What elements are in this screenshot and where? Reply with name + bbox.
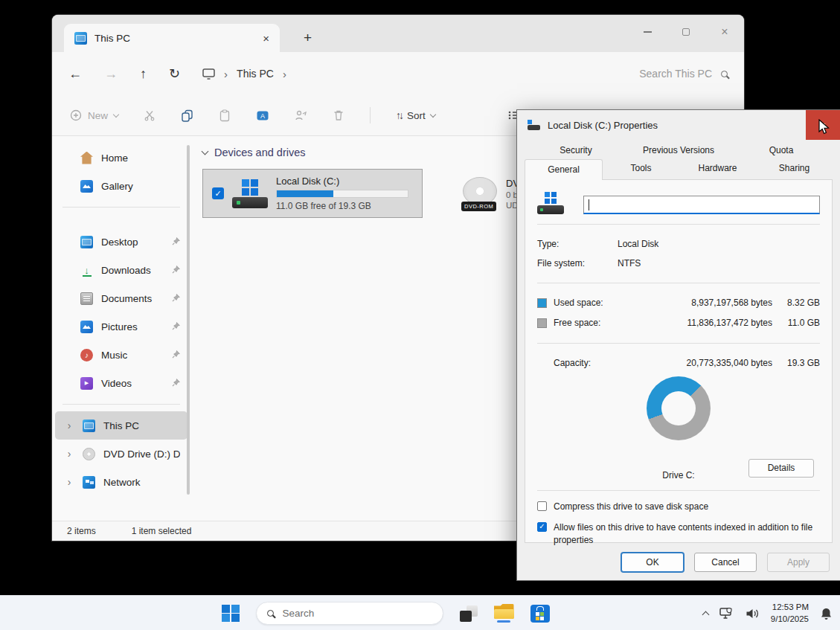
sidebar-item-downloads[interactable]: ↓ Downloads	[55, 256, 187, 284]
hard-drive-icon	[537, 192, 564, 214]
sidebar-item-home[interactable]: Home	[55, 144, 187, 172]
dialog-titlebar[interactable]: Local Disk (C:) Properties ×	[517, 110, 840, 140]
tray-overflow-chevron-icon[interactable]	[702, 611, 709, 619]
chevron-right-icon[interactable]: ›	[64, 476, 74, 488]
tab-hardware[interactable]: Hardware	[679, 159, 756, 180]
cut-button[interactable]	[144, 109, 156, 121]
free-space-row: Free space: 11,836,137,472 bytes 11.0 GB	[537, 313, 820, 333]
drive-usage-fill	[277, 190, 333, 197]
volume-label-input[interactable]	[583, 196, 820, 214]
start-button[interactable]	[222, 605, 240, 623]
refresh-button[interactable]: ↻	[169, 65, 180, 82]
new-button[interactable]: New	[70, 109, 118, 121]
details-button[interactable]: Details	[748, 459, 814, 478]
pin-icon	[172, 321, 180, 332]
tab-tools[interactable]: Tools	[603, 159, 679, 180]
text-caret	[589, 199, 589, 210]
sort-arrows-icon: ↑↓	[396, 109, 402, 121]
used-space-row: Used space: 8,937,197,568 bytes 8.32 GB	[537, 293, 820, 313]
maximize-button[interactable]	[667, 15, 705, 49]
minimize-button[interactable]	[628, 15, 667, 49]
cancel-button[interactable]: Cancel	[694, 553, 757, 572]
scissors-icon	[144, 109, 156, 121]
tab-close-icon[interactable]: ×	[263, 32, 269, 45]
item-count: 2 items	[67, 526, 96, 536]
tab-security[interactable]: Security	[525, 141, 627, 159]
sidebar-item-pictures[interactable]: Pictures	[55, 312, 187, 341]
microsoft-store-button[interactable]	[530, 605, 550, 623]
share-button[interactable]	[295, 109, 307, 121]
videos-icon: ▶	[80, 377, 93, 390]
chevron-right-icon[interactable]: ›	[64, 448, 74, 460]
window-close-button[interactable]: ×	[705, 15, 744, 49]
copy-button[interactable]	[181, 109, 193, 122]
sidebar-item-desktop[interactable]: Desktop	[55, 228, 187, 256]
desktop-icon	[80, 236, 93, 248]
network-icon	[83, 476, 95, 489]
local-disk-c-item[interactable]: ✓ Local Disk (C:) 11.0 GB free of 19.3 G…	[202, 169, 423, 218]
dialog-title: Local Disk (C:) Properties	[548, 120, 658, 131]
delete-button[interactable]	[333, 109, 344, 121]
task-view-button[interactable]	[460, 605, 478, 622]
paste-button[interactable]	[219, 109, 231, 122]
divider	[537, 490, 820, 491]
sidebar-item-videos[interactable]: ▶ Videos	[55, 369, 187, 397]
back-button[interactable]: ←	[68, 66, 82, 82]
mouse-cursor	[817, 119, 832, 135]
capacity-row: Capacity: 20,773,335,040 bytes 19.3 GB	[537, 353, 820, 373]
folder-icon	[494, 604, 514, 619]
chevron-right-icon: ›	[283, 68, 286, 80]
type-value: Local Disk	[618, 239, 658, 249]
search-icon	[267, 610, 274, 617]
sidebar-item-documents[interactable]: Documents	[55, 284, 187, 312]
apply-button[interactable]: Apply	[767, 553, 830, 572]
dvd-rom-icon: DVD-ROM	[461, 176, 498, 211]
gallery-icon	[80, 180, 93, 193]
plus-circle-icon	[70, 109, 82, 121]
speaker-icon[interactable]	[746, 608, 760, 620]
this-pc-icon	[83, 420, 95, 432]
rename-button[interactable]: A	[256, 109, 269, 122]
tab-general[interactable]: General	[525, 159, 603, 180]
tab-previous-versions[interactable]: Previous Versions	[627, 141, 730, 159]
breadcrumb[interactable]: › This PC ›	[202, 68, 286, 80]
sidebar-item-gallery[interactable]: Gallery	[55, 172, 187, 200]
tab-title: This PC	[94, 33, 130, 44]
sidebar-item-music[interactable]: ♪ Music	[55, 341, 187, 369]
explorer-search-input[interactable]	[608, 68, 712, 80]
tab-sharing[interactable]: Sharing	[756, 159, 833, 180]
sidebar-item-network[interactable]: › Network	[55, 468, 187, 496]
explorer-search[interactable]	[608, 68, 728, 80]
pin-icon	[172, 265, 180, 276]
forward-button[interactable]: →	[104, 66, 118, 82]
tab-quota[interactable]: Quota	[730, 141, 833, 159]
chevron-down-icon	[113, 111, 119, 117]
taskbar-clock[interactable]: 12:53 PM 9/10/2025	[771, 602, 809, 625]
compress-checkbox-row[interactable]: Compress this drive to save disk space	[537, 501, 820, 513]
notification-bell-icon[interactable]	[820, 607, 833, 620]
type-label: Type:	[537, 239, 618, 249]
filesystem-label: File system:	[537, 258, 618, 269]
taskbar-search-input[interactable]	[283, 608, 409, 619]
sidebar-item-this-pc[interactable]: › This PC	[55, 411, 187, 440]
sidebar-scrollbar[interactable]	[187, 145, 190, 495]
network-icon[interactable]	[719, 607, 734, 620]
explorer-tab[interactable]: This PC ×	[64, 24, 280, 52]
compress-checkbox[interactable]	[537, 501, 547, 511]
pin-icon	[172, 378, 180, 389]
svg-text:A: A	[260, 112, 265, 120]
file-explorer-taskbar-button[interactable]	[494, 604, 514, 623]
sidebar-item-dvd-drive[interactable]: › DVD Drive (D:) D	[55, 440, 187, 468]
taskbar-search[interactable]	[256, 602, 443, 625]
this-pc-tab-icon	[74, 32, 87, 45]
new-tab-button[interactable]: +	[304, 30, 312, 46]
ok-button[interactable]: OK	[621, 553, 684, 572]
divider	[537, 343, 820, 344]
chevron-right-icon[interactable]: ›	[64, 420, 74, 431]
sort-button[interactable]: ↑↓ Sort	[396, 109, 435, 121]
up-button[interactable]: ↑	[140, 66, 147, 82]
selection-checkbox[interactable]: ✓	[212, 187, 224, 199]
indexing-checkbox[interactable]: ✓	[537, 522, 547, 532]
indexing-checkbox-row[interactable]: ✓ Allow files on this drive to have cont…	[537, 521, 820, 547]
breadcrumb-this-pc[interactable]: This PC	[237, 68, 274, 80]
